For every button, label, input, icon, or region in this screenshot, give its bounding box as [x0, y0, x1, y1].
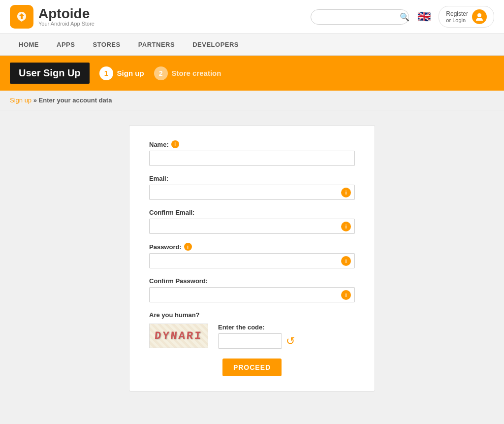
confirm-email-input[interactable] — [149, 219, 355, 234]
captcha-area: DYNARI Enter the code: ↺ — [149, 324, 355, 349]
email-input-wrap: i — [149, 185, 355, 200]
password-input[interactable] — [149, 253, 355, 268]
confirm-email-info-icon: i — [341, 222, 351, 231]
signup-banner: User Sign Up 1 Sign up 2 Store creation — [0, 56, 504, 91]
email-info-icon: i — [341, 188, 351, 197]
step-2-label: Store creation — [172, 69, 221, 77]
language-flag[interactable]: 🇬🇧 — [415, 8, 433, 26]
nav-partners[interactable]: PARTNERS — [129, 34, 184, 55]
or-login-label: or Login — [446, 17, 468, 23]
navigation: HOME APPS STORES PARTNERS DEVELOPERS — [0, 34, 504, 56]
nav-developers[interactable]: DEVELOPERS — [184, 34, 248, 55]
header-right: 🔍 🇬🇧 Register or Login — [311, 6, 494, 28]
header: Aptoide Your Android App Store 🔍 🇬🇧 Regi… — [0, 0, 504, 34]
form-wrapper: Name: i Email: i Confirm Email: — [0, 110, 504, 416]
step-2-circle: 2 — [154, 66, 168, 80]
logo-text: Aptoide Your Android App Store — [38, 7, 94, 27]
step-1: 1 Sign up — [99, 66, 144, 80]
confirm-password-input[interactable] — [149, 287, 355, 302]
search-box[interactable]: 🔍 — [311, 9, 409, 25]
confirm-password-field-icon: i — [341, 290, 351, 300]
breadcrumb-current: Enter your account data — [39, 97, 112, 104]
confirm-password-label: Confirm Password: — [149, 277, 355, 285]
logo-subtitle: Your Android App Store — [38, 21, 94, 27]
nav-home[interactable]: HOME — [10, 34, 48, 55]
captcha-right: Enter the code: ↺ — [218, 324, 295, 349]
logo-area: Aptoide Your Android App Store — [10, 5, 94, 29]
are-you-human-label: Are you human? — [149, 311, 355, 319]
logo-icon — [10, 5, 33, 29]
register-label: Register — [446, 10, 468, 17]
breadcrumb-link[interactable]: Sign up — [10, 97, 32, 104]
search-icon[interactable]: 🔍 — [400, 12, 410, 22]
captcha-input[interactable] — [218, 333, 282, 349]
svg-point-0 — [477, 13, 481, 17]
captcha-image: DYNARI — [149, 324, 208, 348]
captcha-group: Are you human? DYNARI Enter the code: ↺ — [149, 311, 355, 349]
name-field-group: Name: i — [149, 140, 355, 166]
register-login-button[interactable]: Register or Login — [439, 6, 494, 28]
confirm-password-field-group: Confirm Password: i — [149, 277, 355, 302]
email-input[interactable] — [149, 185, 355, 200]
name-input[interactable] — [149, 151, 355, 166]
name-input-wrap — [149, 151, 355, 166]
captcha-input-row: ↺ — [218, 333, 295, 349]
breadcrumb-separator: » — [33, 97, 37, 104]
proceed-button[interactable]: PROCEED — [222, 359, 282, 376]
step-2: 2 Store creation — [154, 66, 221, 80]
enter-code-label: Enter the code: — [218, 324, 295, 331]
search-input[interactable] — [317, 13, 400, 21]
signup-title: User Sign Up — [10, 63, 90, 84]
step-1-circle: 1 — [99, 66, 113, 80]
password-input-wrap: i — [149, 253, 355, 268]
signup-form-card: Name: i Email: i Confirm Email: — [129, 125, 375, 391]
password-label: Password: i — [149, 243, 355, 251]
confirm-password-input-wrap: i — [149, 287, 355, 302]
password-field-group: Password: i i — [149, 243, 355, 268]
breadcrumb: Sign up » Enter your account data — [0, 91, 504, 110]
nav-stores[interactable]: STORES — [84, 34, 129, 55]
password-info-icon[interactable]: i — [184, 243, 192, 251]
refresh-captcha-icon[interactable]: ↺ — [286, 335, 295, 348]
nav-apps[interactable]: APPS — [48, 34, 84, 55]
step-1-label: Sign up — [117, 69, 144, 77]
logo-title: Aptoide — [38, 7, 94, 21]
user-avatar-icon — [472, 9, 487, 24]
password-field-icon: i — [341, 256, 351, 266]
email-field-group: Email: i — [149, 175, 355, 200]
confirm-email-label: Confirm Email: — [149, 209, 355, 216]
name-label: Name: i — [149, 140, 355, 148]
email-label: Email: — [149, 175, 355, 182]
confirm-email-input-wrap: i — [149, 219, 355, 234]
name-info-icon[interactable]: i — [171, 140, 179, 148]
confirm-email-field-group: Confirm Email: i — [149, 209, 355, 234]
